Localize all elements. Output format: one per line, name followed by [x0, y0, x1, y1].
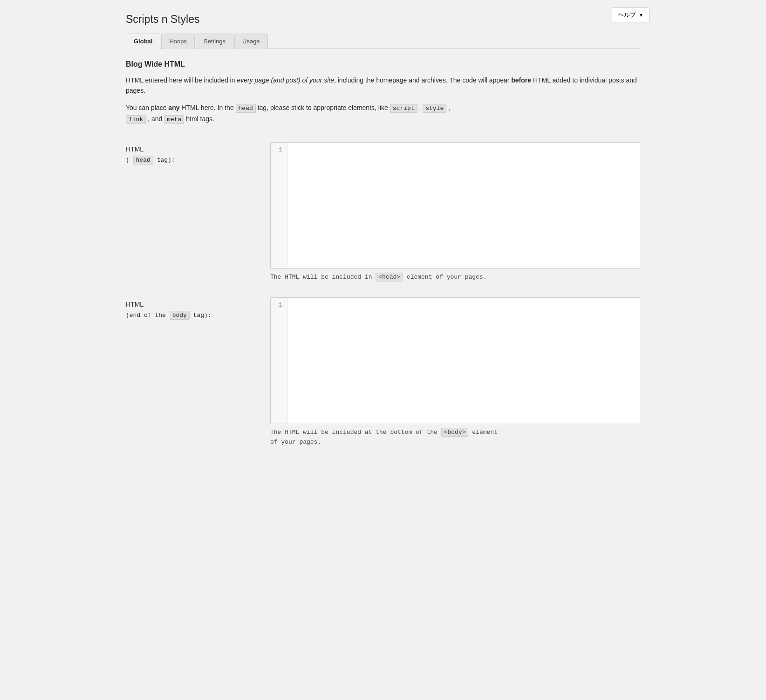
head-field-content: 1 The HTML will be included in <head> el… [270, 142, 640, 282]
desc2-mid2: tag, please stick to appropriate element… [256, 104, 390, 111]
body-hint-prefix: The HTML will be included at the bottom … [270, 429, 441, 436]
desc2-strong: any [168, 104, 179, 111]
desc2-code-meta: meta [164, 115, 184, 124]
body-line-1: 1 [279, 302, 282, 309]
head-hint-prefix: The HTML will be included in [270, 274, 376, 281]
body-hint-code: <body> [441, 428, 469, 437]
body-field-content: 1 The HTML will be included at the botto… [270, 297, 640, 447]
tab-hoops[interactable]: Hoops [161, 34, 195, 49]
desc2-end: html tags. [184, 115, 214, 123]
desc1-rest: , including the homepage and archives. T… [334, 76, 511, 84]
body-line-numbers: 1 [271, 298, 287, 424]
body-field-row: HTML (end of the body tag): 1 The HTML w… [126, 297, 640, 447]
desc2-mid3: , and [146, 115, 164, 123]
head-field-row: HTML ( head tag): 1 The HTML will be inc… [126, 142, 640, 282]
desc1-strong: before [511, 76, 531, 84]
help-label: ヘルプ [618, 11, 636, 19]
desc2-start: You can place [126, 104, 168, 111]
description-paragraph-1: HTML entered here will be included in ev… [126, 75, 640, 96]
head-editor-wrapper: 1 [270, 142, 640, 269]
desc2-code-head: head [236, 104, 256, 113]
section-title: Blog Wide HTML [126, 60, 640, 69]
head-field-label: HTML ( head tag): [126, 142, 270, 165]
chevron-down-icon: ▼ [639, 13, 643, 18]
tabs-container: Global Hoops Settings Usage [126, 33, 640, 49]
body-label-sub: (end of the body tag): [126, 311, 212, 320]
desc2-code-style: style [423, 104, 446, 113]
help-button[interactable]: ヘルプ ▼ [612, 7, 650, 22]
desc1-em: every page (and post) of your site [237, 76, 334, 84]
head-hint-suffix: element of your pages. [403, 274, 486, 281]
body-textarea[interactable] [287, 298, 640, 424]
page-title: Scripts n Styles [126, 13, 640, 26]
head-line-1: 1 [279, 146, 282, 153]
desc1-start: HTML entered here will be included in [126, 76, 237, 84]
body-label-title: HTML [126, 299, 270, 309]
description-paragraph-2: You can place any HTML here. In the head… [126, 103, 640, 125]
head-line-numbers: 1 [271, 143, 287, 268]
head-label-title: HTML [126, 144, 270, 154]
page-wrapper: ヘルプ ▼ Scripts n Styles Global Hoops Sett… [116, 0, 650, 481]
tab-usage[interactable]: Usage [234, 34, 268, 49]
head-tag-code: head [133, 156, 153, 165]
tab-settings[interactable]: Settings [196, 34, 233, 49]
body-field-label: HTML (end of the body tag): [126, 297, 270, 320]
body-editor-wrapper: 1 [270, 297, 640, 424]
desc2-sep2: , [446, 104, 450, 111]
desc2-sep1: , [417, 104, 423, 111]
body-tag-code: body [170, 311, 190, 320]
head-label-sub: ( head tag): [126, 156, 175, 165]
tab-global[interactable]: Global [126, 34, 160, 49]
head-hint-code: <head> [376, 273, 403, 281]
head-textarea[interactable] [287, 143, 640, 268]
desc2-mid: HTML here. In the [179, 104, 235, 111]
desc2-code-link: link [126, 115, 146, 124]
desc2-code-script: script [390, 104, 417, 113]
body-field-hint: The HTML will be included at the bottom … [270, 428, 640, 447]
head-field-hint: The HTML will be included in <head> elem… [270, 273, 640, 282]
